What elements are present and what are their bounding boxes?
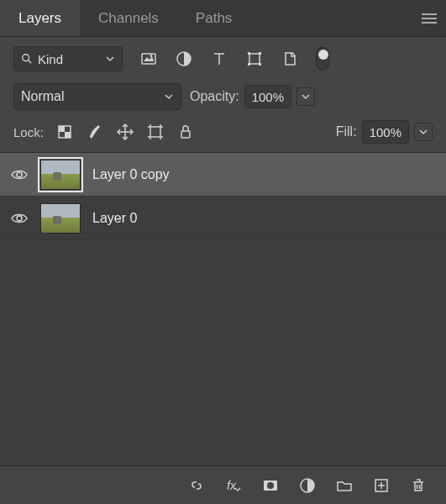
tab-layers-label: Layers (18, 10, 61, 27)
blend-mode-select[interactable]: Normal (13, 83, 181, 110)
delete-layer-icon[interactable] (409, 476, 428, 495)
filter-kind-select[interactable]: Kind (13, 46, 123, 71)
filter-type-icon[interactable] (210, 50, 228, 68)
filter-toggle[interactable] (316, 47, 329, 71)
fill-value: 100% (370, 125, 401, 139)
panel-menu-button[interactable] (412, 0, 446, 36)
svg-point-14 (17, 172, 22, 177)
svg-rect-6 (259, 52, 261, 55)
adjustment-layer-icon[interactable] (298, 476, 317, 495)
lock-label: Lock: (13, 125, 44, 139)
svg-point-18 (267, 482, 274, 489)
layer-mask-icon[interactable] (261, 476, 280, 495)
search-icon (21, 53, 33, 65)
svg-point-0 (23, 55, 29, 61)
svg-rect-12 (150, 127, 160, 137)
layer-thumbnail[interactable] (40, 160, 81, 190)
tab-channels-label: Channels (98, 10, 159, 27)
lock-image-icon[interactable] (86, 123, 104, 141)
tab-paths-label: Paths (196, 10, 232, 27)
svg-point-2 (150, 55, 153, 57)
tab-paths[interactable]: Paths (177, 0, 250, 36)
opacity-slider-button[interactable] (296, 87, 315, 106)
filter-row: Kind (0, 37, 446, 80)
filter-shape-icon[interactable] (245, 50, 264, 68)
opacity-value: 100% (252, 90, 284, 104)
svg-rect-7 (248, 63, 250, 66)
chevron-down-icon (105, 54, 115, 64)
fill-label: Fill: (336, 124, 357, 139)
layer-row[interactable]: Layer 0 copy (0, 153, 446, 197)
layer-list: Layer 0 copy Layer 0 (0, 152, 446, 465)
layer-thumbnail[interactable] (40, 203, 81, 234)
filter-pixel-icon[interactable] (139, 50, 158, 68)
svg-rect-8 (259, 63, 261, 66)
svg-rect-13 (181, 131, 190, 138)
fill-slider-button[interactable] (414, 123, 433, 141)
layers-panel: Layers Channels Paths Kind (0, 0, 446, 504)
svg-rect-4 (249, 54, 260, 64)
panel-tabbar: Layers Channels Paths (0, 0, 446, 37)
visibility-toggle[interactable] (10, 165, 29, 184)
link-layers-icon[interactable] (187, 476, 206, 495)
chevron-down-icon (418, 127, 428, 137)
lock-all-icon[interactable] (176, 123, 195, 141)
svg-rect-5 (248, 52, 250, 55)
layer-name-label: Layer 0 (92, 211, 137, 226)
new-layer-icon[interactable] (372, 476, 391, 495)
chevron-down-icon (301, 92, 311, 102)
lock-transparent-icon[interactable] (55, 123, 74, 141)
lock-artboard-icon[interactable] (146, 123, 165, 141)
chevron-down-icon (164, 92, 174, 102)
visibility-toggle[interactable] (10, 209, 29, 228)
svg-rect-11 (65, 132, 71, 138)
fill-input[interactable]: 100% (362, 120, 409, 144)
opacity-input[interactable]: 100% (244, 85, 291, 108)
filter-kind-label: Kind (38, 52, 100, 66)
filter-adjustment-icon[interactable] (175, 50, 193, 68)
blend-row: Normal Opacity: 100% (0, 80, 446, 118)
group-icon[interactable] (335, 476, 354, 495)
tab-channels[interactable]: Channels (80, 0, 177, 36)
tab-layers[interactable]: Layers (0, 0, 80, 36)
lock-row: Lock: Fill: 100% (0, 118, 446, 152)
svg-rect-10 (59, 126, 65, 132)
blend-mode-label: Normal (21, 89, 159, 104)
panel-footer: fx (0, 465, 446, 504)
svg-point-15 (17, 216, 22, 221)
layer-style-icon[interactable]: fx (224, 476, 243, 495)
filter-smart-icon[interactable] (281, 50, 299, 68)
layer-name-label: Layer 0 copy (92, 167, 170, 182)
lock-position-icon[interactable] (116, 123, 134, 141)
opacity-label: Opacity: (190, 89, 239, 104)
svg-text:fx: fx (227, 479, 237, 492)
layer-row[interactable]: Layer 0 (0, 197, 446, 240)
